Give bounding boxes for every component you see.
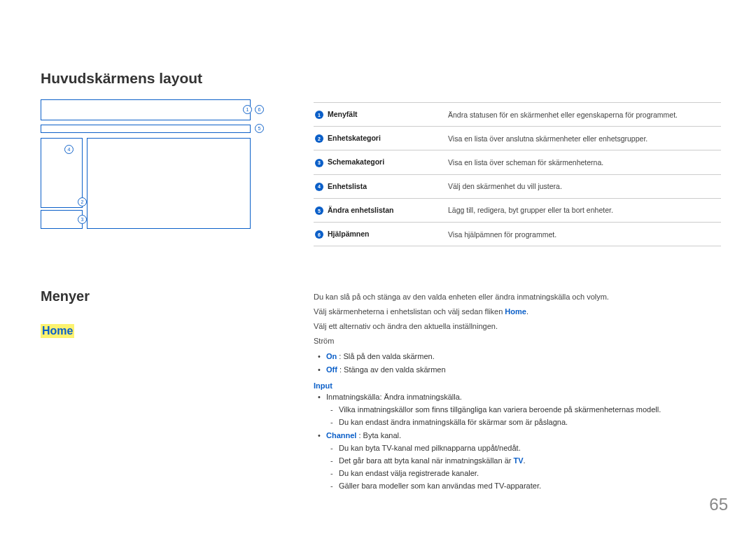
- table-row: 2EnhetskategoriVisa en lista över anslut…: [314, 127, 721, 150]
- table-desc: Visa en lista över scheman för skärmenhe…: [447, 150, 721, 174]
- table-key: 4Enhetslista: [314, 174, 447, 198]
- diagram-column: 1 6 5 4 2 3: [41, 99, 282, 229]
- table-desc: Visa en lista över anslutna skärmenheter…: [447, 127, 721, 150]
- list-item: On : Slå på den valda skärmen.: [326, 351, 721, 363]
- table-key: 1Menyfält: [314, 103, 447, 127]
- on-text: : Slå på den valda skärmen.: [337, 352, 434, 360]
- channel-sublist: Du kan byta TV-kanal med pilknapparna up…: [326, 442, 721, 492]
- diagram-bubble-3: 3: [78, 215, 87, 224]
- inmat-text: Inmatningskälla: Ändra inmatningskälla.: [326, 393, 462, 401]
- ch-sub2c: .: [524, 456, 526, 465]
- layout-columns: 1 6 5 4 2 3 1MenyfältÄndra statusen för …: [41, 99, 721, 246]
- heading-layout: Huvudskärmens layout: [41, 70, 721, 87]
- tv-highlight: TV: [513, 456, 523, 465]
- menyer-left: Menyer Home: [41, 288, 282, 338]
- diagram-bubble-2: 2: [78, 197, 87, 206]
- list-item: Du kan endast ändra inmatningskälla för …: [339, 416, 721, 428]
- table-desc: Ändra statusen för en skärmenhet eller e…: [447, 103, 721, 127]
- list-item: Du kan byta TV-kanal med pilknapparna up…: [339, 442, 721, 454]
- table-term: Enhetskategori: [328, 134, 381, 142]
- list-item: Gäller bara modeller som kan användas me…: [339, 480, 721, 492]
- list-item: Off : Stänga av den valda skärmen: [326, 364, 721, 376]
- strom-list: On : Slå på den valda skärmen. Off : Stä…: [314, 351, 721, 376]
- table-bubble: 1: [315, 111, 323, 119]
- table-row: 5Ändra enhetslistanLägg till, redigera, …: [314, 198, 721, 222]
- diagram-box-sidebar-top: [41, 138, 83, 208]
- off-highlight: Off: [326, 365, 337, 374]
- table-term: Enhetslista: [328, 182, 367, 190]
- table-row: 4EnhetslistaVälj den skärmenhet du vill …: [314, 174, 721, 198]
- diagram-box-main: [87, 138, 251, 229]
- diagram-box-menubar: [41, 99, 251, 120]
- para-intro-2c: .: [526, 307, 528, 316]
- heading-menyer: Menyer: [41, 288, 282, 304]
- table-bubble: 6: [315, 230, 323, 239]
- para-intro-3: Välj ett alternativ och ändra den aktuel…: [314, 321, 721, 332]
- input-sublist: Vilka inmatningskällor som finns tillgän…: [326, 404, 721, 428]
- table-key: 2Enhetskategori: [314, 127, 447, 150]
- table-bubble: 2: [315, 134, 323, 143]
- menyer-columns: Menyer Home Du kan slå på och stänga av …: [41, 288, 721, 493]
- table-term: Ändra enhetslistan: [328, 206, 394, 214]
- table-desc: Lägg till, redigera, byt grupper eller t…: [447, 198, 721, 222]
- table-bubble: 4: [315, 183, 323, 191]
- strom-label: Ström: [314, 335, 721, 347]
- table-row: 3SchemakategoriVisa en lista över schema…: [314, 150, 721, 174]
- table-desc: Välj den skärmenhet du vill justera.: [447, 174, 721, 198]
- para-intro-2a: Välj skärmenheterna i enhetslistan och v…: [314, 307, 505, 316]
- input-list: Inmatningskälla: Ändra inmatningskälla. …: [314, 391, 721, 492]
- list-item: Channel : Byta kanal. Du kan byta TV-kan…: [326, 430, 721, 492]
- list-item: Vilka inmatningskällor som finns tillgän…: [339, 404, 721, 416]
- home-highlight: Home: [505, 307, 526, 316]
- ch-sub2a: Det går bara att byta kanal när inmatnin…: [339, 456, 513, 465]
- channel-highlight: Channel: [326, 431, 356, 440]
- table-bubble: 5: [315, 206, 323, 215]
- table-column: 1MenyfältÄndra statusen för en skärmenhe…: [314, 99, 721, 246]
- para-intro-2: Välj skärmenheterna i enhetslistan och v…: [314, 306, 721, 318]
- table-row: 6HjälpämnenVisa hjälpämnen för programme…: [314, 223, 721, 246]
- list-item: Det går bara att byta kanal när inmatnin…: [339, 455, 721, 467]
- table-desc: Visa hjälpämnen för programmet.: [447, 223, 721, 246]
- on-highlight: On: [326, 352, 337, 360]
- diagram-bubble-4: 4: [64, 145, 74, 154]
- table-key: 6Hjälpämnen: [314, 223, 447, 246]
- layout-diagram: 1 6 5 4 2 3: [41, 99, 272, 229]
- list-item: Du kan endast välja registrerade kanaler…: [339, 468, 721, 479]
- diagram-bubble-1: 1: [243, 105, 252, 114]
- input-label: Input: [314, 381, 721, 390]
- diagram-bubble-5: 5: [255, 124, 264, 133]
- table-key: 3Schemakategori: [314, 150, 447, 174]
- channel-text: : Byta kanal.: [356, 431, 401, 440]
- list-item: Inmatningskälla: Ändra inmatningskälla. …: [326, 391, 721, 428]
- diagram-bubble-6: 6: [255, 105, 264, 114]
- table-row: 1MenyfältÄndra statusen för en skärmenhe…: [314, 103, 721, 127]
- diagram-box-sidebar-bottom: [41, 210, 83, 229]
- para-intro-1: Du kan slå på och stänga av den valda en…: [314, 291, 721, 303]
- page-number: 65: [709, 495, 728, 514]
- table-key: 5Ändra enhetslistan: [314, 198, 447, 222]
- legend-table: 1MenyfältÄndra statusen för en skärmenhe…: [314, 102, 721, 246]
- table-term: Hjälpämnen: [328, 230, 370, 238]
- diagram-box-toolbar: [41, 125, 251, 133]
- menyer-right: Du kan slå på och stänga av den valda en…: [314, 288, 721, 493]
- heading-home: Home: [41, 324, 74, 338]
- table-term: Schemakategori: [328, 157, 384, 166]
- off-text: : Stänga av den valda skärmen: [337, 365, 446, 374]
- table-bubble: 3: [315, 159, 323, 167]
- table-term: Menyfält: [328, 110, 358, 118]
